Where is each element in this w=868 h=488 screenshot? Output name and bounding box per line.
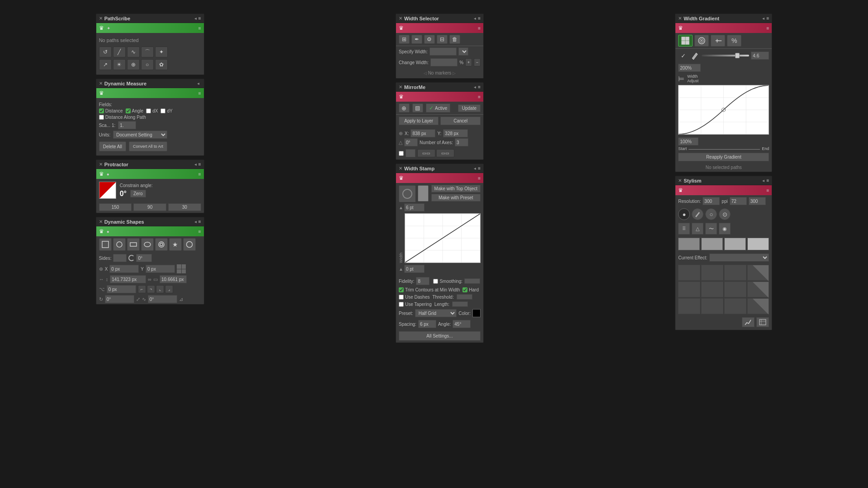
styl-cell-8[interactable] bbox=[747, 282, 769, 297]
styl-dot-triangle[interactable]: △ bbox=[692, 223, 703, 235]
ds-bar-menu[interactable]: ≡ bbox=[198, 229, 201, 234]
ds-corner-input[interactable] bbox=[107, 285, 136, 293]
styl-cell-2[interactable] bbox=[701, 265, 723, 281]
ds-donut-btn[interactable] bbox=[155, 238, 168, 251]
dm-angle-check[interactable]: Angle bbox=[126, 108, 144, 113]
styl-cell-12[interactable] bbox=[747, 298, 769, 314]
ds-close-btn[interactable]: ✕ bbox=[99, 219, 103, 224]
pathscribe-bar-menu[interactable]: ≡ bbox=[198, 26, 201, 31]
styl-res2-input[interactable] bbox=[730, 197, 747, 205]
mm-tool-anchor[interactable]: ⊕ bbox=[399, 103, 410, 113]
mm-axes-input[interactable] bbox=[455, 138, 468, 146]
dm-dx-checkbox[interactable] bbox=[146, 108, 151, 113]
wg-menu-btn[interactable]: ≡ bbox=[766, 16, 769, 21]
pathscribe-tool-recycle[interactable]: ↺ bbox=[99, 47, 112, 57]
wg-val-input[interactable] bbox=[751, 52, 769, 60]
ds-angle-input[interactable] bbox=[105, 295, 134, 303]
mm-pattern-checkbox[interactable] bbox=[399, 151, 404, 156]
styl-cell-3[interactable] bbox=[724, 265, 746, 281]
ds-rotation-input[interactable] bbox=[136, 254, 152, 262]
proto-collapse-btn[interactable]: ◂ bbox=[194, 162, 197, 167]
ds-menu-btn[interactable]: ≡ bbox=[198, 219, 201, 224]
styl-collapse-btn[interactable]: ◂ bbox=[762, 178, 764, 183]
mm-pattern-check[interactable] bbox=[399, 151, 404, 156]
wstamp-all-settings-btn[interactable]: All Settings... bbox=[399, 331, 481, 341]
styl-res3-input[interactable] bbox=[749, 197, 766, 205]
ws-bar-menu[interactable]: ≡ bbox=[478, 26, 481, 31]
ws-tool-pen[interactable]: ✒ bbox=[411, 35, 422, 44]
wg-zoom-bottom-input[interactable] bbox=[678, 137, 698, 145]
dm-delete-btn[interactable]: Delete All bbox=[99, 141, 126, 151]
mm-apply-layer-btn[interactable]: Apply to Layer bbox=[399, 117, 439, 125]
wstamp-trim-checkbox[interactable] bbox=[399, 287, 404, 292]
ds-circle-btn[interactable] bbox=[113, 238, 126, 251]
pathscribe-tool-2-1[interactable]: ↗ bbox=[99, 59, 112, 70]
dm-dy-checkbox[interactable] bbox=[160, 108, 165, 113]
proto-preset-30[interactable]: 30 bbox=[168, 203, 201, 211]
styl-cell-11[interactable] bbox=[724, 298, 746, 314]
dm-bar-menu[interactable]: ≡ bbox=[198, 91, 201, 96]
ds-collapse-btn[interactable]: ◂ bbox=[194, 219, 197, 224]
ds-ring-btn[interactable] bbox=[183, 238, 196, 251]
wstamp-angle-input[interactable] bbox=[453, 320, 471, 328]
wstamp-menu-btn[interactable]: ≡ bbox=[478, 166, 481, 171]
styl-swatch-1[interactable] bbox=[678, 238, 700, 250]
styl-icon-target[interactable]: ⊙ bbox=[719, 208, 731, 220]
styl-cell-5[interactable] bbox=[678, 282, 700, 297]
wg-btn-radial[interactable] bbox=[694, 35, 709, 47]
ws-specify-select[interactable]: px bbox=[458, 47, 468, 56]
pathscribe-tool-pen[interactable]: ╱ bbox=[113, 47, 126, 57]
wstamp-spacing-input[interactable] bbox=[418, 320, 436, 328]
mm-pattern-btn2[interactable]: ▭▭ bbox=[436, 149, 454, 157]
ws-tool-trash[interactable]: 🗑 bbox=[449, 35, 460, 44]
proto-preset-90[interactable]: 90 bbox=[133, 203, 166, 211]
mm-angle-input[interactable] bbox=[404, 138, 418, 146]
pathscribe-collapse-btn[interactable]: ◂ bbox=[194, 16, 197, 21]
mm-bar-menu[interactable]: ≡ bbox=[478, 94, 481, 99]
wstamp-make-preset-btn[interactable]: Make with Preset bbox=[431, 194, 481, 202]
dm-dx-check[interactable]: dX bbox=[146, 108, 158, 113]
ds-corner-btn-4[interactable]: ⌟ bbox=[165, 285, 173, 293]
dm-convert-btn[interactable]: Convert All to Art bbox=[129, 141, 167, 151]
wstamp-make-top-btn[interactable]: Make with Top Object bbox=[431, 185, 481, 192]
wg-bar-menu[interactable]: ≡ bbox=[766, 26, 769, 31]
wg-btn-pct[interactable]: % bbox=[727, 35, 741, 47]
dm-scale-input[interactable] bbox=[118, 121, 136, 129]
styl-action-chart[interactable] bbox=[742, 317, 755, 327]
styl-cell-9[interactable] bbox=[678, 298, 700, 314]
ds-corner-btn-2[interactable]: ¬ bbox=[147, 285, 155, 293]
ds-skew-input[interactable] bbox=[148, 295, 177, 303]
styl-cell-7[interactable] bbox=[724, 282, 746, 297]
styl-cell-6[interactable] bbox=[701, 282, 723, 297]
wstamp-dashes-check[interactable]: Use Dashes bbox=[399, 295, 429, 300]
ws-change-input[interactable] bbox=[430, 58, 458, 66]
ds-rect-btn[interactable] bbox=[99, 238, 112, 251]
pathscribe-tool-star[interactable]: ✦ bbox=[155, 47, 168, 57]
wstamp-smoothing-slider[interactable] bbox=[464, 278, 480, 284]
pathscribe-tool-2-5[interactable]: ✿ bbox=[155, 59, 168, 70]
dm-collapse-btn[interactable]: ◂ bbox=[197, 81, 199, 86]
mm-menu-btn[interactable]: ≡ bbox=[478, 84, 481, 89]
wstamp-tapering-check[interactable]: Use Tapering bbox=[399, 302, 432, 307]
wg-btn-grid[interactable] bbox=[678, 35, 693, 47]
pathscribe-tool-2-2[interactable]: ☀ bbox=[113, 59, 126, 70]
wg-brush-btn[interactable] bbox=[690, 51, 700, 61]
mm-tool-layers[interactable]: ▨ bbox=[412, 103, 423, 113]
styl-action-expand[interactable] bbox=[756, 317, 769, 327]
ds-ellipse-btn[interactable] bbox=[141, 238, 154, 251]
styl-icon-circle2[interactable]: ○ bbox=[705, 208, 717, 220]
ws-close-btn[interactable]: ✕ bbox=[399, 16, 402, 21]
styl-swatch-2[interactable] bbox=[701, 238, 723, 250]
wstamp-collapse-btn[interactable]: ◂ bbox=[474, 166, 476, 171]
dm-dap-check[interactable]: Distance Along Path bbox=[99, 115, 146, 120]
wstamp-smoothing-check[interactable]: Smoothing: bbox=[433, 279, 462, 284]
mm-cancel-btn[interactable]: Cancel bbox=[440, 117, 481, 125]
wstamp-close-btn[interactable]: ✕ bbox=[399, 166, 402, 171]
ds-height-input[interactable] bbox=[160, 275, 187, 283]
wg-collapse-btn[interactable]: ◂ bbox=[762, 16, 764, 21]
wg-zoom-input[interactable] bbox=[678, 64, 701, 72]
wg-check-btn[interactable]: ✓ bbox=[678, 51, 688, 61]
wstamp-length-slider[interactable] bbox=[452, 301, 468, 307]
mm-x-input[interactable] bbox=[410, 129, 435, 137]
proto-preset-150[interactable]: 150 bbox=[99, 203, 132, 211]
